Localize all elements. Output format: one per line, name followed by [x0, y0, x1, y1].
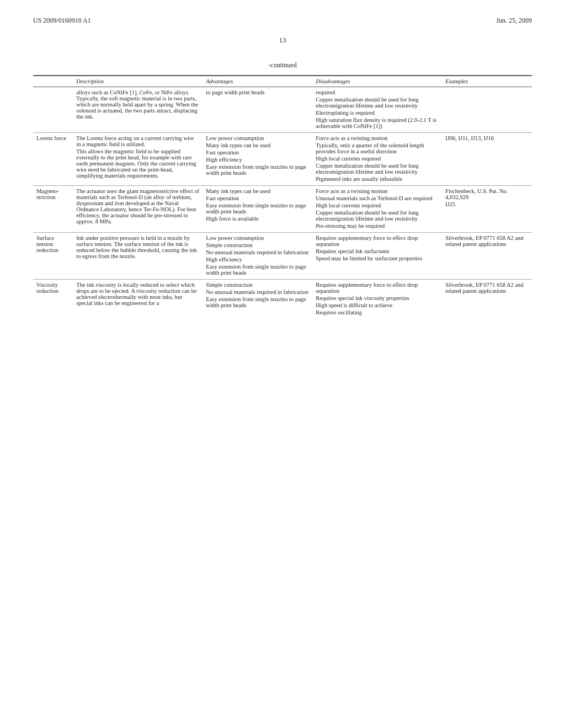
- cell-examples: Silverbrook, EP 0771 658 A2 and related …: [442, 280, 532, 319]
- cell-advantages: to page width print heads: [202, 87, 312, 133]
- cell-description: Ink under positive pressure is held in a…: [73, 233, 202, 280]
- cell-label: Surface tension reduction: [33, 233, 73, 280]
- cell-examples: IJ06, IJ11, IJ13, IJ16: [442, 133, 532, 186]
- col-header-advantages: Advantages: [202, 76, 312, 87]
- col-header-examples: Examples: [442, 76, 532, 87]
- cell-label: Magneto-striction: [33, 186, 73, 233]
- cell-disadvantages: Requires supplementary force to effect d…: [312, 233, 442, 280]
- cell-advantages: Many ink types can be usedFast operation…: [202, 186, 312, 233]
- cell-disadvantages: Force acts as a twisting motionTypically…: [312, 133, 442, 186]
- table-row: Magneto-strictionThe actuator uses the g…: [33, 186, 532, 233]
- cell-description: alloys such as CoNiFe [1], CoFe, or NiFe…: [73, 87, 202, 133]
- table-row: Surface tension reductionInk under posit…: [33, 233, 532, 280]
- cell-disadvantages: Force acts as a twisting motionUnusual m…: [312, 186, 442, 233]
- page-container: US 2009/0160910 A1 Jun. 25, 2009 13 -con…: [0, 0, 565, 728]
- table-header-row: Description Advantages Disadvantages Exa…: [33, 76, 532, 87]
- cell-examples: Silverbrook, EP 0771 658 A2 and related …: [442, 233, 532, 280]
- cell-label: [33, 87, 73, 133]
- cell-description: The Lorenz force acting on a current car…: [73, 133, 202, 186]
- cell-advantages: Simple constructionNo unusual materials …: [202, 280, 312, 319]
- cell-disadvantages: requiredCopper metalization should be us…: [312, 87, 442, 133]
- table-row: alloys such as CoNiFe [1], CoFe, or NiFe…: [33, 87, 532, 133]
- cell-description: The ink viscosity is locally reduced to …: [73, 280, 202, 319]
- table-row: Lorenz forceThe Lorenz force acting on a…: [33, 133, 532, 186]
- col-header-description: Description: [73, 76, 202, 87]
- table-row: Viscosity reductionThe ink viscosity is …: [33, 280, 532, 319]
- cell-advantages: Low power consumptionMany ink types can …: [202, 133, 312, 186]
- col-header-label: [33, 76, 73, 87]
- patent-number: US 2009/0160910 A1: [33, 17, 91, 25]
- page-header: US 2009/0160910 A1 Jun. 25, 2009: [33, 17, 532, 25]
- page-number: 13: [33, 36, 532, 45]
- cell-examples: [442, 87, 532, 133]
- cell-label: Lorenz force: [33, 133, 73, 186]
- cell-description: The actuator uses the giant magnetostric…: [73, 186, 202, 233]
- cell-advantages: Low power consumptionSimple construction…: [202, 233, 312, 280]
- main-table: Description Advantages Disadvantages Exa…: [33, 75, 532, 319]
- continued-label: -continued: [33, 61, 532, 69]
- cell-disadvantages: Requires supplementary force to effect d…: [312, 280, 442, 319]
- patent-date: Jun. 25, 2009: [496, 17, 532, 25]
- cell-label: Viscosity reduction: [33, 280, 73, 319]
- cell-examples: Fischenbeck, U.S. Pat. No. 4,032,929IJ25: [442, 186, 532, 233]
- col-header-disadvantages: Disadvantages: [312, 76, 442, 87]
